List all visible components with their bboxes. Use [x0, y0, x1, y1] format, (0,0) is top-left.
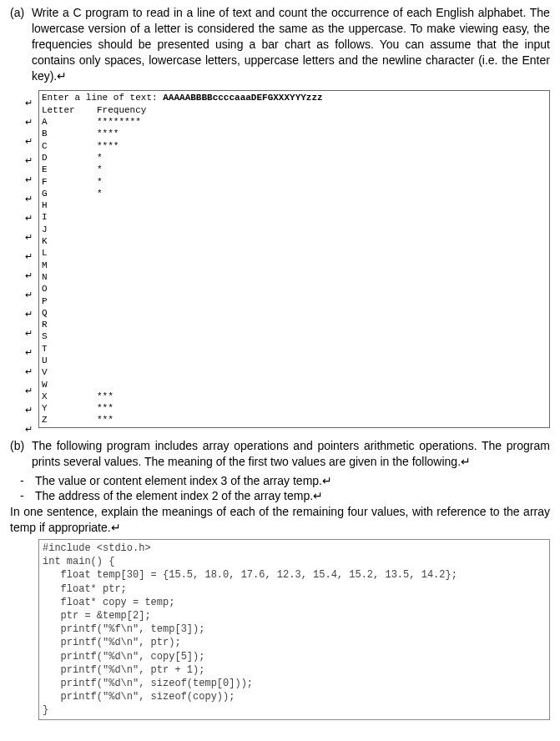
code-line: float temp[30] = {15.5, 18.0, 17.6, 12.3…: [43, 568, 546, 582]
paragraph-mark-icon: ↵: [25, 364, 33, 380]
output-letter-row: M: [42, 260, 547, 271]
part-b-text: The following program includes array ope…: [32, 438, 550, 470]
part-b-bullets: -The value or content element index 3 of…: [20, 473, 550, 505]
output-box-a: Enter a line of text: AAAAABBBBccccaaaDE…: [38, 90, 550, 427]
paragraph-mark-icon: ↵: [25, 345, 33, 360]
paragraph-marks-column: ↵↵↵↵↵↵↵↵↵↵↵↵↵↵↵↵↵↵: [25, 90, 33, 437]
code-line: printf("%d\n", ptr);: [43, 636, 546, 649]
output-letter-row: J: [42, 224, 547, 235]
code-line: float* copy = temp;: [43, 596, 546, 609]
paragraph-mark-icon: ↵: [25, 153, 33, 169]
paragraph-mark-icon: ↵: [25, 249, 33, 265]
output-letter-row: E *: [42, 164, 547, 175]
paragraph-mark-icon: ↵: [25, 114, 33, 130]
part-b-closing: In one sentence, explain the meanings of…: [10, 504, 550, 536]
paragraph-mark-icon: ↵: [25, 287, 33, 303]
output-prompt-line: Enter a line of text: AAAAABBBBccccaaaDE…: [42, 92, 547, 103]
code-line: ptr = &temp[2];: [43, 609, 546, 623]
output-letter-row: F *: [42, 176, 547, 188]
paragraph-mark-icon: ↵: [25, 421, 33, 437]
paragraph-mark-icon: ↵: [25, 172, 33, 188]
paragraph-mark-icon: ↵: [25, 134, 33, 149]
part-b-label: (b): [10, 438, 28, 454]
output-letter-row: I: [42, 211, 547, 223]
paragraph-mark-icon: ↵: [25, 306, 33, 322]
output-letter-row: R: [42, 319, 547, 330]
code-line: printf("%d\n", sizeof(temp[0]));: [43, 677, 546, 690]
part-a-paragraph: (a) Write a C program to read in a line …: [10, 5, 550, 83]
code-line: printf("%d\n", copy[5]);: [43, 650, 546, 663]
code-line: #include <stdio.h>: [43, 542, 546, 555]
bullet-2-text: The address of the element index 2 of th…: [35, 489, 323, 502]
code-box-b: #include <stdio.h> int main() { float te…: [38, 539, 550, 719]
output-letter-row: V: [42, 366, 547, 378]
output-letter-row: Q: [42, 307, 547, 319]
paragraph-mark-icon: ↵: [25, 402, 33, 418]
paragraph-mark-icon: ↵: [25, 268, 33, 284]
output-letter-row: C ****: [42, 140, 547, 152]
code-line: printf("%f\n", temp[3]);: [43, 623, 546, 636]
code-line: float* ptr;: [43, 582, 546, 596]
code-line: int main() {: [43, 555, 546, 568]
output-letter-row: U: [42, 355, 547, 366]
code-line: }: [43, 703, 546, 717]
output-header-line: Letter Frequency: [42, 104, 547, 116]
output-letter-row: P: [42, 295, 547, 307]
output-letter-row: N: [42, 271, 547, 283]
paragraph-mark-icon: ↵: [25, 229, 33, 245]
code-line: printf("%d\n", sizeof(copy));: [43, 690, 546, 703]
part-a-label: (a): [10, 5, 28, 21]
paragraph-mark-icon: ↵: [25, 210, 33, 226]
code-line: printf("%d\n", ptr + 1);: [43, 663, 546, 677]
output-letter-row: D *: [42, 152, 547, 164]
paragraph-mark-icon: ↵: [25, 191, 33, 207]
bullet-2: -The address of the element index 2 of t…: [20, 488, 550, 504]
output-letter-row: O: [42, 283, 547, 295]
output-letter-row: A ********: [42, 116, 547, 128]
output-letter-row: L: [42, 247, 547, 259]
output-letter-row: H: [42, 199, 547, 211]
paragraph-mark-icon: ↵: [25, 383, 33, 399]
bullet-1-text: The value or content element index 3 of …: [35, 474, 332, 487]
output-letter-row: X ***: [42, 391, 547, 402]
output-letter-row: B ****: [42, 128, 547, 139]
bullet-1: -The value or content element index 3 of…: [20, 473, 550, 489]
output-letter-row: K: [42, 235, 547, 247]
paragraph-mark-icon: ↵: [25, 325, 33, 341]
output-letter-row: Y ***: [42, 402, 547, 414]
output-letter-row: S: [42, 330, 547, 342]
output-letter-row: W: [42, 379, 547, 391]
part-a-text: Write a C program to read in a line of t…: [32, 5, 550, 83]
output-letter-row: T: [42, 343, 547, 355]
output-letter-row: Z ***: [42, 414, 547, 426]
paragraph-mark-icon: ↵: [25, 95, 33, 111]
output-letter-row: G *: [42, 188, 547, 199]
part-b-paragraph: (b) The following program includes array…: [10, 438, 550, 470]
